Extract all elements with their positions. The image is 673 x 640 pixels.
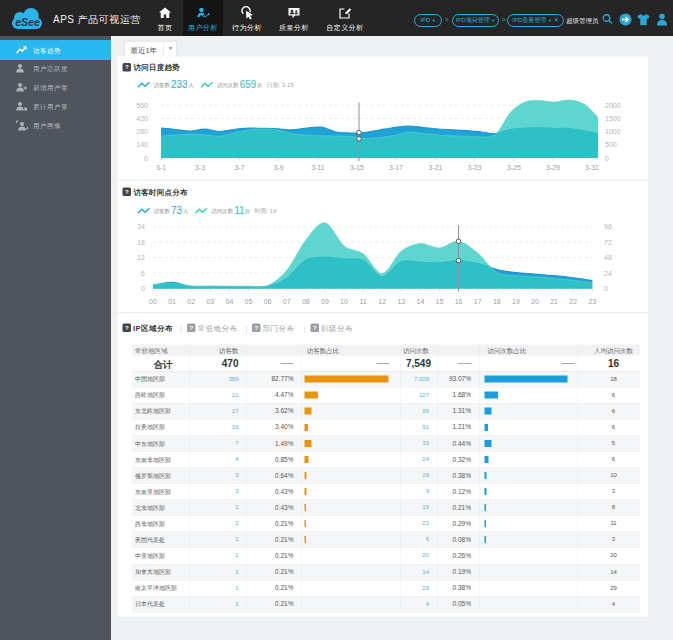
svg-text:20: 20 (531, 298, 539, 305)
svg-text:24: 24 (137, 223, 145, 230)
svg-text:3-7: 3-7 (234, 164, 244, 171)
svg-text:10: 10 (340, 298, 348, 305)
svg-text:17: 17 (474, 298, 482, 305)
svg-text:06: 06 (264, 298, 272, 305)
svg-text:0: 0 (605, 155, 609, 162)
svg-text:14: 14 (417, 298, 425, 305)
svg-text:02: 02 (187, 298, 195, 305)
svg-text:12: 12 (137, 254, 145, 261)
svg-text:16: 16 (455, 298, 463, 305)
svg-text:48: 48 (604, 254, 612, 261)
svg-text:03: 03 (206, 298, 214, 305)
svg-text:3-1: 3-1 (156, 164, 166, 171)
svg-text:3-23: 3-23 (467, 164, 481, 171)
svg-text:01: 01 (168, 298, 176, 305)
svg-text:3-31: 3-31 (585, 164, 599, 171)
svg-text:18: 18 (493, 298, 501, 305)
svg-text:eSee: eSee (15, 16, 40, 28)
svg-text:0: 0 (604, 285, 608, 292)
svg-text:07: 07 (283, 298, 291, 305)
svg-text:12: 12 (378, 298, 386, 305)
svg-text:04: 04 (226, 298, 234, 305)
svg-text:1500: 1500 (605, 115, 621, 122)
svg-text:2000: 2000 (605, 102, 621, 109)
svg-text:280: 280 (136, 128, 148, 135)
svg-text:11: 11 (359, 298, 366, 305)
svg-text:3-21: 3-21 (428, 164, 442, 171)
svg-text:72: 72 (604, 239, 612, 246)
svg-text:18: 18 (137, 239, 145, 246)
svg-text:3-29: 3-29 (546, 164, 560, 171)
svg-text:24: 24 (604, 270, 612, 277)
svg-text:3-3: 3-3 (195, 164, 205, 171)
svg-text:08: 08 (302, 298, 310, 305)
svg-text:19: 19 (512, 298, 520, 305)
svg-text:6: 6 (141, 270, 145, 277)
svg-text:560: 560 (136, 102, 148, 109)
svg-text:22: 22 (569, 298, 577, 305)
svg-text:21: 21 (550, 298, 558, 305)
svg-text:23: 23 (588, 298, 596, 305)
svg-text:3-9: 3-9 (273, 164, 283, 171)
svg-text:0: 0 (144, 155, 148, 162)
svg-text:05: 05 (245, 298, 253, 305)
svg-text:140: 140 (136, 141, 148, 148)
svg-text:3-17: 3-17 (389, 164, 403, 171)
svg-text:3-15: 3-15 (350, 164, 364, 171)
svg-text:420: 420 (136, 115, 148, 122)
svg-text:96: 96 (604, 223, 612, 230)
svg-text:3-25: 3-25 (507, 164, 521, 171)
svg-text:0: 0 (141, 285, 145, 292)
svg-text:15: 15 (436, 298, 444, 305)
svg-text:13: 13 (397, 298, 405, 305)
svg-text:00: 00 (149, 298, 157, 305)
svg-text:500: 500 (605, 141, 617, 148)
svg-text:3-11: 3-11 (311, 164, 325, 171)
svg-text:09: 09 (321, 298, 329, 305)
svg-text:1000: 1000 (605, 128, 621, 135)
